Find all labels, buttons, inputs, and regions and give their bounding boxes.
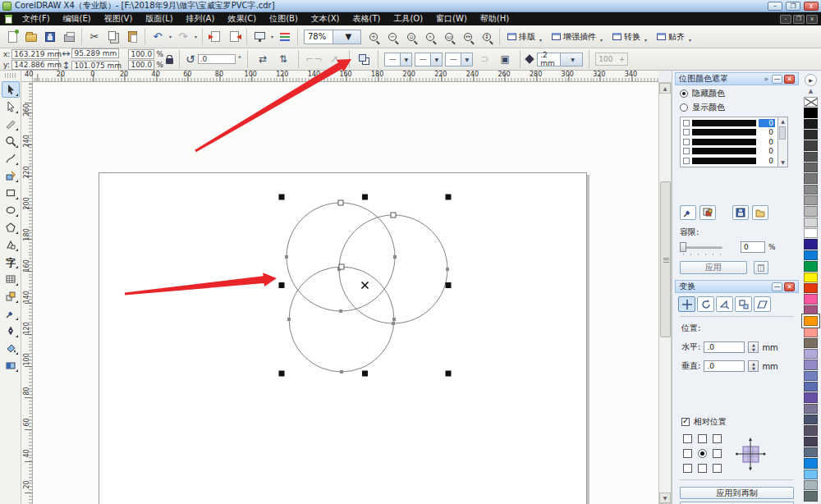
scale-x-input[interactable]: 100.0 — [128, 49, 154, 59]
menu-7[interactable]: 文本(X) — [305, 12, 346, 25]
bitmap-mask-minimize-button[interactable]: — — [772, 75, 782, 84]
hide-colors-option[interactable]: 隐藏颜色 — [675, 87, 799, 99]
pick-tool[interactable] — [2, 81, 20, 98]
color-swatch-8[interactable] — [804, 185, 818, 195]
undo-dropdown[interactable]: ▾ — [167, 34, 173, 39]
menu-8[interactable]: 表格(T) — [346, 12, 388, 25]
import-button[interactable] — [206, 28, 224, 46]
relative-position-option[interactable]: 相对位置 — [681, 416, 799, 428]
macro-button-2[interactable]: 转换▾ — [608, 29, 653, 44]
color-swatch-29[interactable] — [804, 415, 818, 424]
x-position-input[interactable]: 163.219 mm — [11, 49, 59, 59]
hide-colors-radio[interactable] — [680, 89, 688, 98]
mask-apply-button[interactable]: 应用 — [680, 261, 747, 274]
zoom-width-button[interactable]: ↔ — [459, 28, 477, 46]
mirror-horizontal-button[interactable]: ⇄ — [254, 50, 272, 68]
vertical-input[interactable]: .0 — [704, 360, 745, 372]
macro-dropdown-icon[interactable]: ▾ — [687, 37, 693, 43]
end-arrowhead-select[interactable]: —▼ — [445, 53, 473, 66]
blend-tool[interactable] — [2, 288, 20, 305]
redo-dropdown[interactable]: ▾ — [193, 34, 199, 39]
menu-4[interactable]: 排列(A) — [180, 12, 222, 25]
color-swatch-33[interactable] — [804, 458, 818, 468]
menu-5[interactable]: 效果(C) — [221, 12, 263, 25]
color-swatch-12[interactable] — [804, 228, 818, 238]
anchor-cell-2[interactable] — [713, 434, 722, 443]
mask-color-row-1[interactable]: 0 — [681, 128, 777, 138]
object-height-input[interactable]: 101.075 mm — [71, 61, 119, 71]
new-button[interactable] — [3, 28, 21, 46]
edit-color-button[interactable] — [699, 205, 716, 220]
zoom-level-combo[interactable]: 78% ▼ — [304, 30, 361, 44]
horizontal-ruler[interactable]: 4020020406080100120140160180200220240260… — [33, 71, 658, 82]
color-swatch-32[interactable] — [804, 447, 818, 457]
horizontal-spinner[interactable]: ▲▼ — [748, 341, 759, 353]
color-swatch-15[interactable] — [804, 261, 818, 271]
mask-color-row-4[interactable]: 0 — [681, 156, 777, 166]
docker-expand-icon[interactable]: » — [764, 75, 768, 83]
interactive-fill-tool[interactable] — [2, 357, 20, 373]
anchor-cell-8[interactable] — [713, 464, 722, 473]
text-tool[interactable]: 字 — [2, 254, 20, 270]
mask-color-row-3[interactable]: 0 — [681, 147, 777, 157]
save-mask-button[interactable] — [732, 205, 749, 220]
tolerance-slider[interactable] — [680, 246, 722, 249]
menu-3[interactable]: 版面(L) — [139, 12, 179, 25]
anchor-cell-0[interactable] — [683, 434, 692, 443]
y-position-input[interactable]: 142.886 mm — [11, 60, 59, 70]
weld-button[interactable] — [355, 51, 372, 67]
scrollbar-thumb[interactable] — [660, 181, 671, 337]
transform-skew-button[interactable] — [754, 296, 771, 312]
anchor-cell-4[interactable] — [698, 449, 707, 458]
anchor-cell-6[interactable] — [683, 464, 692, 473]
show-colors-option[interactable]: 显示颜色 — [675, 101, 799, 113]
print-button[interactable] — [60, 28, 78, 46]
paste-button[interactable] — [123, 28, 141, 46]
object-width-input[interactable]: 95.289 mm — [71, 48, 119, 58]
table-tool[interactable] — [2, 271, 20, 287]
color-swatch-9[interactable] — [804, 195, 818, 205]
menu-11[interactable]: 帮助(H) — [474, 12, 516, 25]
minimize-button[interactable]: – — [768, 2, 782, 11]
color-swatch-35[interactable] — [804, 480, 818, 490]
macro-button-1[interactable]: 增强插件▾ — [548, 29, 608, 44]
restore-button[interactable]: ❐ — [786, 2, 800, 11]
color-swatch-1[interactable] — [804, 108, 818, 117]
behind-fill-button[interactable]: ▣ — [496, 50, 514, 68]
vertical-spinner[interactable]: ▲▼ — [748, 360, 759, 372]
color-swatch-14[interactable] — [804, 250, 818, 260]
export-button[interactable] — [225, 28, 243, 46]
mask-scroll-down-icon[interactable]: ▼ — [778, 158, 787, 167]
cut-button[interactable]: ✂ — [85, 28, 103, 46]
palette-scroll-up-icon[interactable]: ▲ — [809, 86, 813, 96]
ellipse-tool[interactable] — [2, 202, 20, 218]
open-button[interactable] — [22, 28, 40, 46]
mask-row-checkbox[interactable] — [683, 158, 690, 164]
menu-10[interactable]: 窗口(W) — [429, 12, 474, 25]
horizontal-input[interactable]: .0 — [704, 341, 745, 353]
color-swatch-6[interactable] — [804, 163, 818, 172]
anchor-cell-7[interactable] — [698, 464, 707, 473]
menu-9[interactable]: 工具(O) — [387, 12, 429, 25]
macro-dropdown-icon[interactable]: ▾ — [599, 37, 604, 43]
color-swatch-21[interactable] — [804, 327, 818, 337]
mask-row-checkbox[interactable] — [683, 148, 690, 154]
zoom-combo-arrow[interactable]: ▼ — [333, 30, 361, 44]
outline-width-select[interactable]: .2 mm▼ — [537, 53, 583, 66]
rectangle-tool[interactable] — [2, 185, 20, 201]
macro-dropdown-icon[interactable]: ▾ — [538, 37, 544, 43]
mask-row-checkbox[interactable] — [683, 139, 690, 145]
color-swatch-4[interactable] — [804, 140, 818, 150]
color-swatch-2[interactable] — [804, 119, 818, 129]
doc-restore-button[interactable]: ❐ — [793, 15, 805, 24]
color-swatch-34[interactable] — [804, 470, 818, 479]
bitmap-mask-close-button[interactable]: ✕ — [784, 75, 795, 84]
polygon-tool[interactable] — [2, 219, 20, 236]
show-colors-radio[interactable] — [680, 103, 688, 112]
macro-button-0[interactable]: 排版▾ — [503, 29, 548, 44]
open-mask-button[interactable] — [752, 205, 768, 220]
toolbox-grip[interactable] — [5, 73, 16, 78]
color-swatch-10[interactable] — [804, 206, 818, 216]
scale-y-input[interactable]: 100.0 — [128, 60, 154, 70]
apply-to-duplicate-button[interactable]: 应用到再制 — [680, 487, 794, 499]
